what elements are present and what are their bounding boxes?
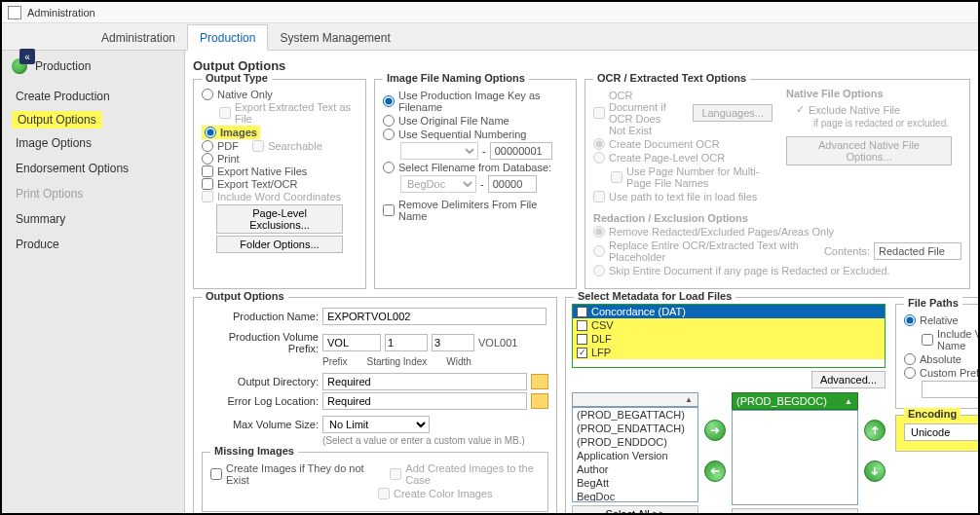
list-item[interactable]: BegAtt [573, 476, 697, 490]
label-use-production-key: Use Production Image Key as Filename [398, 90, 568, 113]
label-export-text-ocr: Export Text/OCR [217, 178, 297, 190]
label-include-volume-name: Include Volume Name [937, 328, 978, 351]
selected-fields-list[interactable] [732, 410, 858, 505]
label-use-path: Use path to text file in load files [609, 191, 757, 202]
radio-replace-entire [593, 245, 605, 257]
tab-system-management[interactable]: System Management [268, 25, 401, 50]
radio-use-original-filename[interactable] [383, 115, 395, 127]
list-item[interactable]: (PROD_ENDDOC) [573, 435, 697, 449]
page-level-exclusions-button[interactable]: Page-Level Exclusions... [216, 204, 343, 234]
radio-pdf[interactable] [202, 140, 213, 152]
db-field-select: BegDoc [400, 175, 476, 193]
check-include-volume-name[interactable] [922, 334, 933, 346]
radio-remove-redacted [593, 226, 605, 238]
sidebar-item-produce[interactable]: Produce [2, 232, 184, 257]
label-create-doc-ocr: Create Document OCR [609, 138, 720, 150]
file-paths-group: File Paths Relative Include Volume Name … [895, 304, 978, 409]
label-create-page-ocr: Create Page-Level OCR [609, 152, 725, 164]
tab-production[interactable]: Production [187, 24, 268, 51]
sidebar-item-endorsement-options[interactable]: Endorsement Options [2, 156, 184, 181]
output-type-group: Output Type Native Only Export Extracted… [193, 79, 366, 289]
format-dlf[interactable]: DLF [573, 332, 885, 346]
label-export-native: Export Native Files [217, 166, 307, 177]
output-options-legend: Output Options [202, 290, 288, 302]
check-export-text-ocr[interactable] [202, 178, 213, 190]
advanced-metadata-button[interactable]: Advanced... [811, 371, 886, 388]
radio-use-sequential[interactable] [383, 129, 395, 140]
metadata-legend: Select Metadata for Load Files [574, 290, 735, 302]
sidebar-item-image-options[interactable]: Image Options [2, 130, 184, 156]
radio-custom-prefix[interactable] [904, 367, 916, 379]
label-absolute: Absolute [920, 353, 961, 365]
browse-error-log-icon[interactable] [531, 393, 548, 409]
custom-prefix-input [922, 381, 978, 398]
check-exclude-native-mark: ✓ [786, 103, 805, 116]
sidebar-item-summary[interactable]: Summary [2, 206, 184, 232]
folder-options-button[interactable]: Folder Options... [216, 236, 343, 253]
load-file-formats-list[interactable]: ✓Concordance (DAT) CSV DLF ✓LFP [572, 304, 886, 368]
move-up-button[interactable]: ➜ [864, 420, 886, 441]
caption-starting-index: Starting Index [367, 356, 428, 367]
checkbox-icon: ✓ [577, 307, 587, 317]
caption-width: Width [446, 356, 471, 367]
label-error-log: Error Log Location: [202, 395, 319, 407]
add-field-button[interactable]: ➜ [704, 420, 726, 441]
app-icon [8, 6, 21, 19]
label-max-volume: Max Volume Size: [202, 419, 319, 430]
check-searchable [252, 140, 264, 152]
radio-absolute[interactable] [904, 353, 916, 365]
label-searchable: Searchable [268, 140, 322, 152]
check-use-page-number [611, 171, 622, 183]
list-item[interactable]: Application Version [573, 449, 697, 462]
metadata-group: Select Metadata for Load Files ✓Concorda… [565, 297, 978, 513]
volume-prefix-input[interactable] [322, 334, 381, 351]
move-down-button[interactable]: ➜ [864, 460, 886, 482]
production-name-input[interactable] [322, 308, 547, 325]
list-item[interactable]: BegDoc [573, 490, 697, 502]
sidebar-item-create-production[interactable]: Create Production [2, 84, 184, 109]
browse-output-dir-icon[interactable] [531, 374, 548, 389]
list-item[interactable]: (PROD_BEGATTACH) [573, 408, 697, 422]
list-item[interactable]: Author [573, 462, 697, 476]
output-directory-input[interactable] [322, 373, 527, 390]
remove-all-button[interactable]: << Remove All [732, 508, 858, 513]
seq-prefix-select [400, 142, 478, 160]
advanced-native-options-button: Advanced Native File Options... [786, 136, 952, 166]
collapse-sidebar-button[interactable]: « [19, 49, 35, 64]
check-remove-delimiters[interactable] [383, 204, 395, 216]
radio-print[interactable] [202, 153, 213, 165]
main-tabbar: « Administration Production System Manag… [2, 23, 978, 51]
format-csv[interactable]: CSV [573, 318, 885, 332]
check-include-word-coords [202, 191, 213, 202]
check-export-native[interactable] [202, 166, 213, 177]
encoding-select[interactable]: Unicode [904, 423, 978, 441]
tab-administration[interactable]: Administration [90, 25, 187, 50]
radio-select-from-db[interactable] [383, 162, 395, 173]
chevron-up-icon: ▲ [684, 395, 694, 404]
format-concordance[interactable]: ✓Concordance (DAT) [573, 305, 885, 318]
radio-native-only[interactable] [202, 89, 213, 100]
available-fields-list[interactable]: (PROD_BEGATTACH) (PROD_ENDATTACH) (PROD_… [572, 407, 698, 502]
remove-field-button[interactable]: ➜ [704, 460, 726, 482]
check-ocr-if-not-exist [593, 107, 605, 119]
label-images: Images [220, 127, 257, 138]
redaction-options-heading: Redaction / Exclusion Options [593, 212, 961, 224]
label-pdf: PDF [217, 140, 239, 152]
width-input[interactable] [432, 334, 474, 351]
error-log-input[interactable] [322, 392, 527, 410]
label-create-if-missing: Create Images if They do not Exist [226, 462, 367, 486]
format-lfp[interactable]: ✓LFP [573, 346, 885, 359]
radio-relative[interactable] [904, 314, 916, 326]
check-create-if-missing[interactable] [210, 468, 222, 480]
sidebar-item-output-options[interactable]: Output Options [12, 111, 102, 129]
max-volume-select[interactable]: No Limit [322, 416, 430, 433]
select-all-button[interactable]: Select All >> [572, 505, 698, 513]
format-label: LFP [591, 347, 611, 358]
starting-index-input[interactable] [385, 334, 428, 351]
list-item[interactable]: (PROD_ENDATTACH) [573, 422, 697, 435]
radio-use-production-key[interactable] [383, 95, 395, 107]
label-custom-prefix: Custom Prefix [920, 367, 978, 379]
label-exclude-native-sub: if page is redacted or excluded. [786, 118, 961, 129]
radio-images[interactable] [205, 127, 216, 138]
label-use-original-filename: Use Original File Name [398, 115, 509, 127]
